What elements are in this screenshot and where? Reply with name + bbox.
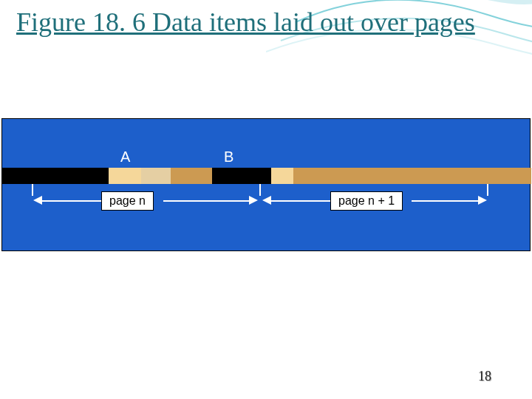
segment-3 xyxy=(141,168,171,184)
page-n1-label: page n + 1 xyxy=(330,191,403,211)
arrow-page-n-left xyxy=(42,200,101,202)
tick-page-n-start xyxy=(32,184,33,196)
slide-title: Figure 18. 6 Data items laid out over pa… xyxy=(16,7,475,38)
arrow-page-n1-left-head xyxy=(262,196,271,205)
segment-1 xyxy=(29,168,109,184)
slide-page-number: 18 18 xyxy=(478,369,491,384)
segment-6 xyxy=(271,168,293,184)
arrow-page-n-right-head xyxy=(249,196,258,205)
arrow-page-n-right xyxy=(163,200,249,202)
tick-page-n1-end xyxy=(487,184,488,196)
diagram-panel: A B page n page n + 1 xyxy=(1,118,531,251)
item-label-b: B xyxy=(224,149,233,166)
segment-2 xyxy=(109,168,141,184)
arrow-page-n1-right xyxy=(412,200,478,202)
arrow-page-n1-left xyxy=(271,200,330,202)
segment-5 xyxy=(212,168,271,184)
segment-4 xyxy=(171,168,212,184)
arrow-page-n1-right-head xyxy=(478,196,487,205)
segment-bar xyxy=(2,168,531,184)
segment-7 xyxy=(293,168,531,184)
arrow-page-n-left-head xyxy=(33,196,42,205)
tick-page-boundary xyxy=(259,184,261,196)
segment-0 xyxy=(2,168,29,184)
page-n-label: page n xyxy=(101,191,154,211)
item-label-a: A xyxy=(120,149,130,166)
